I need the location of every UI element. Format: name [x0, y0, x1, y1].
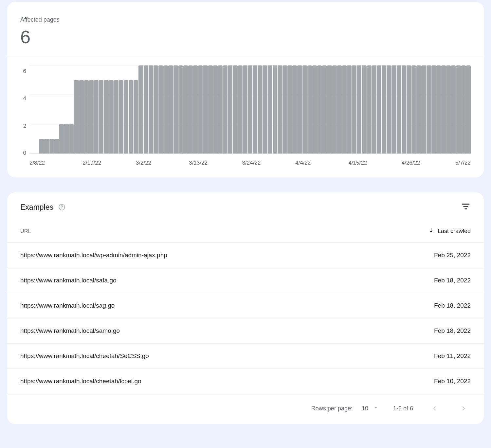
- chart-bar[interactable]: [337, 65, 342, 153]
- chart-bar[interactable]: [59, 124, 64, 153]
- chart-bar[interactable]: [407, 65, 411, 153]
- chart-bar[interactable]: [129, 80, 133, 153]
- chart-bar[interactable]: [119, 80, 123, 153]
- chart-bar[interactable]: [387, 65, 391, 153]
- help-icon[interactable]: [58, 203, 66, 211]
- chart-bar[interactable]: [228, 65, 232, 153]
- chart-bar[interactable]: [208, 65, 213, 153]
- chart-bar[interactable]: [188, 65, 193, 153]
- table-row[interactable]: https://www.rankmath.local/samo.goFeb 18…: [7, 318, 484, 344]
- chart-bar[interactable]: [297, 65, 302, 153]
- chart-bar[interactable]: [223, 65, 227, 153]
- chart-bar[interactable]: [134, 80, 138, 153]
- chart-bar[interactable]: [218, 65, 223, 153]
- chart-bar[interactable]: [154, 65, 158, 153]
- rows-per-page-select[interactable]: 10: [362, 405, 379, 412]
- chart-bar[interactable]: [456, 65, 461, 153]
- chart-bar[interactable]: [431, 65, 436, 153]
- chart-bar[interactable]: [416, 65, 421, 153]
- chart-bar[interactable]: [466, 65, 471, 153]
- chart-bar[interactable]: [268, 65, 272, 153]
- chart-bar[interactable]: [79, 80, 84, 153]
- chart-bar[interactable]: [377, 65, 381, 153]
- chart-bar[interactable]: [149, 65, 153, 153]
- chart-bar[interactable]: [168, 65, 173, 153]
- chart-bar[interactable]: [332, 65, 337, 153]
- chart-bar[interactable]: [69, 124, 74, 153]
- chart-bar[interactable]: [367, 65, 372, 153]
- chart-bar[interactable]: [402, 65, 406, 153]
- chart-bar[interactable]: [248, 65, 252, 153]
- chart-bar[interactable]: [273, 65, 277, 153]
- chart-bar[interactable]: [427, 65, 431, 153]
- chart-bar[interactable]: [327, 65, 332, 153]
- chart-bar[interactable]: [183, 65, 188, 153]
- chart-bar[interactable]: [322, 65, 327, 153]
- chart-bar[interactable]: [287, 65, 292, 153]
- table-row[interactable]: https://www.rankmath.local/cheetah/lcpel…: [7, 369, 484, 394]
- chart-bar[interactable]: [89, 80, 94, 153]
- chart-bar[interactable]: [44, 139, 49, 153]
- chart-bar[interactable]: [391, 65, 396, 153]
- column-header-last-crawled[interactable]: Last crawled: [428, 227, 471, 235]
- chart-bar[interactable]: [99, 80, 103, 153]
- chart-bar[interactable]: [104, 80, 108, 153]
- chart-bar[interactable]: [441, 65, 446, 153]
- chart-bar[interactable]: [144, 65, 148, 153]
- chart-bar[interactable]: [94, 80, 99, 153]
- chart-bar[interactable]: [362, 65, 366, 153]
- chart-bar[interactable]: [39, 139, 44, 153]
- chart-bar[interactable]: [446, 65, 451, 153]
- column-header-url[interactable]: URL: [20, 228, 428, 234]
- chart-bar[interactable]: [124, 80, 128, 153]
- prev-page-button[interactable]: [427, 401, 442, 416]
- chart-bar[interactable]: [411, 65, 416, 153]
- chart-bar[interactable]: [347, 65, 352, 153]
- chart-bar[interactable]: [233, 65, 237, 153]
- chart-bar[interactable]: [74, 80, 79, 153]
- chart-bar[interactable]: [54, 139, 59, 153]
- chart-bar[interactable]: [397, 65, 401, 153]
- table-row[interactable]: https://www.rankmath.local/safa.goFeb 18…: [7, 268, 484, 293]
- chart-bar[interactable]: [421, 65, 426, 153]
- chart-bar[interactable]: [263, 65, 267, 153]
- chart-bar[interactable]: [49, 139, 54, 153]
- chart-bar[interactable]: [307, 65, 312, 153]
- chart-bar[interactable]: [243, 65, 247, 153]
- next-page-button[interactable]: [456, 401, 471, 416]
- chart-bar[interactable]: [213, 65, 218, 153]
- chart-bar[interactable]: [436, 65, 441, 153]
- chart-bar[interactable]: [342, 65, 347, 153]
- chart-bar[interactable]: [317, 65, 322, 153]
- filter-icon[interactable]: [461, 202, 471, 213]
- chart-bar[interactable]: [173, 65, 178, 153]
- table-row[interactable]: https://www.rankmath.local/sag.goFeb 18,…: [7, 293, 484, 318]
- chart-bar[interactable]: [163, 65, 168, 153]
- chart-bar[interactable]: [357, 65, 361, 153]
- chart-bar[interactable]: [64, 124, 69, 153]
- chart-bar[interactable]: [253, 65, 257, 153]
- chart-plot[interactable]: [29, 65, 471, 154]
- chart-bar[interactable]: [203, 65, 208, 153]
- chart-bar[interactable]: [312, 65, 317, 153]
- chart-bar[interactable]: [352, 65, 356, 153]
- chart-bar[interactable]: [198, 65, 203, 153]
- chart-bar[interactable]: [282, 65, 287, 153]
- table-row[interactable]: https://www.rankmath.local/wp-admin/admi…: [7, 243, 484, 268]
- chart-bar[interactable]: [292, 65, 297, 153]
- chart-bar[interactable]: [238, 65, 243, 153]
- chart-bar[interactable]: [302, 65, 307, 153]
- chart-bar[interactable]: [372, 65, 376, 153]
- chart-bar[interactable]: [278, 65, 282, 153]
- chart-bar[interactable]: [451, 65, 456, 153]
- chart-bar[interactable]: [178, 65, 183, 153]
- chart-bar[interactable]: [382, 65, 386, 153]
- chart-bar[interactable]: [193, 65, 198, 153]
- chart-bar[interactable]: [84, 80, 89, 153]
- chart-bar[interactable]: [138, 65, 143, 153]
- table-row[interactable]: https://www.rankmath.local/cheetah/SeCSS…: [7, 344, 484, 369]
- chart-bar[interactable]: [114, 80, 118, 153]
- chart-bar[interactable]: [258, 65, 262, 153]
- chart-bar[interactable]: [158, 65, 163, 153]
- chart-bar[interactable]: [461, 65, 466, 153]
